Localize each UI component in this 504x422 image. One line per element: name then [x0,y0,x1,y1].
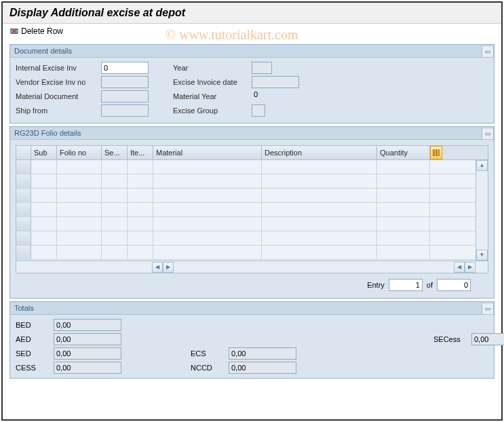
grid-config-icon [432,149,440,157]
aed-label: AED [16,335,50,343]
scroll-up-button[interactable]: ▲ [476,160,488,171]
sed-label: SED [16,349,50,358]
svg-rect-4 [435,149,438,156]
delete-row-icon [9,26,19,36]
svg-rect-5 [438,149,440,156]
entry-input[interactable] [389,279,423,291]
table-row[interactable] [16,189,488,203]
secess-input [471,333,504,345]
sed-input [54,347,121,360]
material-year-label: Material Year [173,92,248,100]
internal-excise-input[interactable] [101,62,149,74]
panel-collapse-button[interactable]: ▭ [482,303,494,315]
material-year-value: 0 [252,90,279,102]
nccd-label: NCCD [191,364,225,372]
table-row[interactable] [16,160,488,174]
document-details-panel: Document details ▭ Internal Excise Inv Y… [9,44,495,123]
table-row[interactable] [16,217,488,231]
col-folio[interactable]: Folio no [57,146,102,159]
of-label: of [427,281,433,289]
scroll-right-end-button[interactable]: ▶ [465,262,476,273]
table-row[interactable] [16,246,488,260]
ecs-label: ECS [191,349,225,358]
folio-details-panel: RG23D Folio details ▭ Sub Folio no Se...… [9,126,495,299]
col-sub[interactable]: Sub [31,146,57,159]
year-label: Year [173,64,248,72]
col-quantity[interactable]: Quantity [377,146,430,159]
delete-row-label: Delete Row [21,26,63,36]
svg-rect-3 [433,149,435,156]
scroll-right-button[interactable]: ▶ [163,262,174,273]
col-ite[interactable]: Ite... [128,146,153,159]
col-description[interactable]: Description [262,146,377,159]
totals-title: Totals [10,302,482,315]
delete-row-button[interactable]: Delete Row [9,26,63,36]
table-row[interactable] [16,174,488,189]
ship-from-label: Ship from [16,107,97,115]
invoice-date-input[interactable] [252,76,299,88]
col-se[interactable]: Se... [102,146,128,159]
ecs-input [229,347,296,360]
scroll-left-end-button[interactable]: ◀ [454,262,465,273]
excise-group-input[interactable] [252,104,265,117]
aed-input [54,333,121,345]
material-doc-label: Material Document [16,92,97,100]
scroll-left-button[interactable]: ◀ [152,262,163,273]
secess-label: SECess [433,335,467,343]
table-row[interactable] [16,203,488,217]
document-details-title: Document details [10,45,482,58]
nccd-input [229,362,296,374]
of-input[interactable] [437,279,471,291]
grid-config-button[interactable] [430,146,442,159]
totals-panel: Totals ▭ BED AED SECess SED ECS CESS [9,301,495,379]
panel-collapse-button[interactable]: ▭ [482,128,494,140]
grid-vertical-scrollbar[interactable]: ▲ ▼ [476,160,488,261]
vendor-excise-input[interactable] [101,76,149,88]
scroll-down-button[interactable]: ▼ [476,250,488,261]
vendor-excise-label: Vendor Excise Inv no [16,78,97,86]
folio-grid: Sub Folio no Se... Ite... Material Descr… [16,145,488,273]
bed-label: BED [16,321,50,329]
cess-label: CESS [16,364,50,372]
entry-label: Entry [367,281,385,289]
excise-group-label: Excise Group [173,107,248,115]
internal-excise-label: Internal Excise Inv [16,64,97,72]
material-doc-input[interactable] [101,90,149,102]
col-material[interactable]: Material [153,146,262,159]
row-selector-header [16,146,31,159]
ship-from-input[interactable] [101,104,149,117]
invoice-date-label: Excise Invoice date [173,78,248,86]
page-title: Display Additional excise at depot [3,3,501,24]
folio-details-title: RG23D Folio details [10,127,482,140]
panel-collapse-button[interactable]: ▭ [482,45,494,58]
grid-horizontal-scrollbar[interactable]: ◀ ▶ ◀ ▶ [16,261,488,273]
cess-input [54,362,121,374]
bed-input [54,319,121,331]
year-input[interactable] [252,62,272,74]
table-row[interactable] [16,231,488,246]
